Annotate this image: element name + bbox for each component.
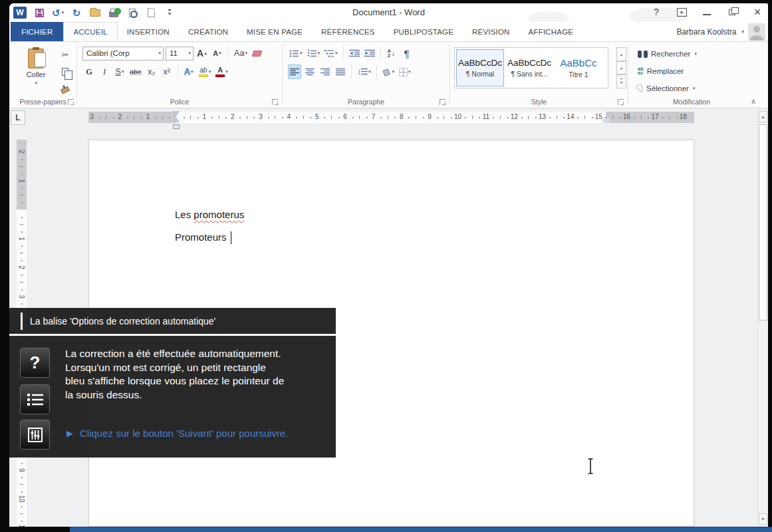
copy-button[interactable] <box>59 65 72 79</box>
scroll-up-icon[interactable]: ▲ <box>759 111 767 122</box>
numbering-button[interactable]: ▾ <box>306 46 322 61</box>
help-icon[interactable]: ? <box>651 5 662 19</box>
tab-selector[interactable]: L <box>11 110 25 125</box>
font-color-button[interactable]: A▾ <box>214 65 229 79</box>
style-scroll-up-icon[interactable]: ▴ <box>616 47 626 61</box>
decrease-indent-button[interactable] <box>348 46 361 61</box>
scroll-down-icon[interactable]: ▼ <box>759 513 767 525</box>
hanging-indent-marker[interactable] <box>173 118 180 122</box>
ruler-tick <box>21 463 23 464</box>
strikethrough-button[interactable]: abc <box>128 65 143 79</box>
ruler-tick <box>20 513 23 514</box>
collapse-ribbon-icon[interactable]: ∧ <box>746 97 761 106</box>
style-cell[interactable]: AaBbCcDc ¶ Sans int... <box>505 49 553 86</box>
grow-font-button[interactable]: A▲ <box>195 46 209 61</box>
minimize-icon[interactable] <box>702 5 712 19</box>
user-area[interactable]: Barbara Koolstra ▾ <box>676 22 765 41</box>
align-left-button[interactable] <box>288 65 301 79</box>
ruler-tick <box>141 117 142 118</box>
first-line-indent-marker[interactable] <box>173 111 180 116</box>
font-dialog-launcher[interactable] <box>272 99 278 105</box>
tutorial-index-button[interactable] <box>20 384 50 414</box>
paragraph-dialog-launcher[interactable] <box>440 99 446 105</box>
tab-accueil[interactable]: ACCUEIL <box>63 22 117 41</box>
select-button[interactable]: Sélectionner ▾ <box>638 82 695 95</box>
justify-button[interactable] <box>334 65 347 79</box>
align-center-button[interactable] <box>303 65 317 79</box>
scrollbar-thumb[interactable] <box>759 124 767 321</box>
ruler-tick <box>359 116 360 119</box>
bold-button[interactable]: G <box>82 65 96 79</box>
clear-formatting-button[interactable] <box>251 46 264 61</box>
ribbon-tab[interactable]: RÉVISION <box>463 22 519 41</box>
left-indent-marker[interactable] <box>173 124 180 129</box>
ribbon-display-options-icon[interactable]: ▴ <box>676 5 687 19</box>
ruler-tick <box>113 117 114 118</box>
document-line-1[interactable]: Les promoterus <box>175 209 244 220</box>
ribbon-tab[interactable]: CRÉATION <box>179 22 237 41</box>
styles-dialog-launcher[interactable] <box>618 99 624 105</box>
ruler-tick <box>211 117 213 118</box>
replace-button[interactable]: abac Remplacer <box>638 65 684 78</box>
clipboard-group-label: Presse-papiers <box>9 98 76 106</box>
style-cell[interactable]: AaBbCc Titre 1 <box>555 49 602 86</box>
ribbon-tab[interactable]: AFFICHAGE <box>519 22 583 41</box>
ruler-tick <box>21 245 23 247</box>
document-line-2[interactable]: Promoteurs <box>175 231 227 243</box>
subscript-button[interactable]: x₂ <box>145 65 158 79</box>
style-cell[interactable]: AaBbCcDc ¶ Normal <box>456 49 504 86</box>
underline-button[interactable]: S▾ <box>113 65 126 79</box>
restore-icon[interactable] <box>727 5 737 19</box>
paste-button[interactable]: Coller ▾ <box>19 46 53 98</box>
tab-fichier[interactable]: FICHIER <box>11 22 63 41</box>
paste-dropdown-icon[interactable]: ▾ <box>35 80 38 86</box>
ribbon-tab[interactable]: MISE EN PAGE <box>237 22 312 41</box>
style-scroll-down-icon[interactable]: ▾ <box>616 61 626 75</box>
style-gallery-more-icon[interactable]: ▾ <box>616 74 626 88</box>
sort-button[interactable]: AZ↓ <box>385 46 398 61</box>
close-icon[interactable]: × <box>752 5 763 19</box>
sliders-icon <box>28 428 43 442</box>
increase-indent-button[interactable] <box>363 46 376 61</box>
taskbar-edge <box>70 527 772 532</box>
user-avatar[interactable] <box>748 23 765 41</box>
superscript-button[interactable]: x² <box>160 65 174 79</box>
misspelled-word[interactable]: promoterus <box>193 209 244 220</box>
ruler-tick <box>465 117 466 118</box>
ruler-tick <box>21 231 23 233</box>
tutorial-action-link[interactable]: Cliquez sur le bouton 'Suivant' pour pou… <box>80 428 288 439</box>
align-right-button[interactable] <box>319 65 332 79</box>
ruler-tick <box>20 224 23 225</box>
ruler-tick <box>21 521 23 522</box>
text-effects-button[interactable]: A▾ <box>182 65 195 79</box>
bullets-button[interactable]: ▾ <box>288 46 304 61</box>
font-family-combo[interactable]: Calibri (Corp▾ <box>82 47 164 61</box>
ruler-tick <box>21 477 23 478</box>
highlight-button[interactable]: ab▾ <box>197 65 213 79</box>
tutorial-help-button[interactable]: ? <box>20 348 50 378</box>
clipboard-dialog-launcher[interactable] <box>68 99 74 105</box>
ruler-tick <box>282 117 283 118</box>
multilevel-list-button[interactable]: ▾ <box>323 46 339 61</box>
shrink-font-button[interactable]: A▼ <box>211 46 224 61</box>
ribbon-tab[interactable]: RÉFÉRENCES <box>312 22 384 41</box>
italic-button[interactable]: I <box>98 65 111 79</box>
borders-button[interactable]: ▾ <box>398 65 412 79</box>
vertical-scrollbar[interactable]: ▲ ▼ <box>757 111 768 525</box>
font-size-combo[interactable]: 11▾ <box>166 47 193 61</box>
ruler-tick <box>338 117 340 118</box>
format-painter-button[interactable] <box>59 82 72 96</box>
ruler-tick <box>184 117 185 118</box>
tutorial-settings-button[interactable] <box>20 420 50 450</box>
ruler-tick <box>676 117 678 118</box>
cut-button[interactable]: ✂ <box>59 47 72 62</box>
user-dropdown-icon[interactable]: ▾ <box>741 29 744 35</box>
change-case-button[interactable]: Aa▾ <box>233 46 249 61</box>
ruler-tick <box>592 117 593 118</box>
line-spacing-button[interactable]: ↕▾ <box>356 65 372 79</box>
ribbon-tab[interactable]: PUBLIPOSTAGE <box>384 22 463 41</box>
find-button[interactable]: Rechercher ▾ <box>638 47 697 61</box>
shading-button[interactable]: ▾ <box>381 65 396 79</box>
ribbon-tab[interactable]: INSERTION <box>118 22 179 41</box>
show-marks-button[interactable]: ¶ <box>400 46 414 61</box>
